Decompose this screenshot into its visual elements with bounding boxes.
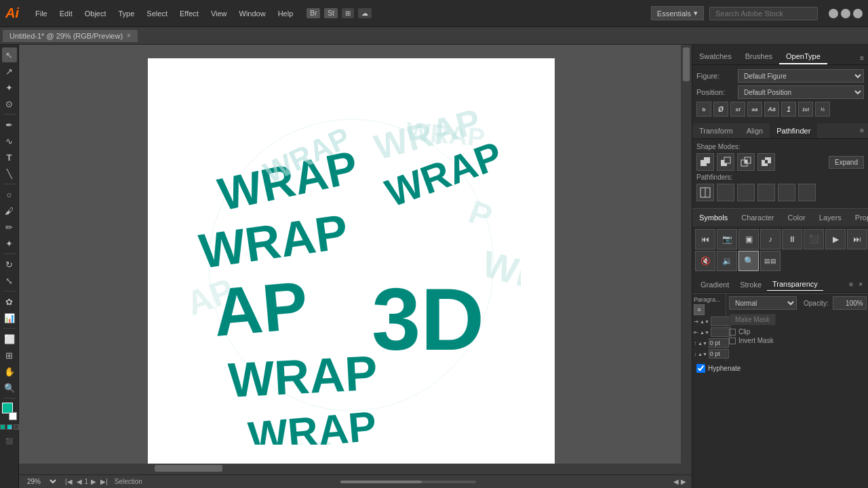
arrange-btn[interactable]: ⊞ [342,8,354,18]
standard-ligatures-btn[interactable]: b [696,102,711,117]
ordinals-btn[interactable]: 1 [781,102,796,117]
symbol-mute[interactable]: 🔇 [695,251,715,271]
close-button[interactable] [853,9,863,18]
symbol-next[interactable]: ⏭ [847,229,867,249]
minimize-button[interactable] [829,9,838,18]
next-page-btn[interactable]: ▶ [90,478,98,485]
menu-help[interactable]: Help [273,7,299,20]
slice-tool[interactable]: ⊞ [2,348,17,363]
fractions-btn[interactable]: ½ [815,102,830,117]
invert-mask-checkbox[interactable] [729,338,736,344]
sub-tab-options-btn[interactable]: ≡ [856,123,868,138]
rotate-tool[interactable]: ↻ [2,257,17,272]
align-left-btn[interactable]: ≡ [694,304,705,315]
space-stepper2[interactable]: ▲▼ [698,352,707,357]
tab-symbols[interactable]: Symbols [692,211,734,224]
menu-type[interactable]: Type [113,7,140,20]
lasso-tool[interactable]: ⊙ [2,96,17,111]
tab-color[interactable]: Color [781,211,812,224]
menu-select[interactable]: Select [141,7,173,20]
tab-opentype[interactable]: OpenType [779,49,827,64]
line-tool[interactable]: ╲ [2,166,17,181]
pen-tool[interactable]: ✒ [2,117,17,132]
swash-btn[interactable]: st [730,102,745,117]
last-page-btn[interactable]: ▶| [99,478,109,485]
tab-character[interactable]: Character [734,211,781,224]
tab-swatches[interactable]: Swatches [692,49,738,64]
unite-btn[interactable] [696,153,714,171]
tab-stroke[interactable]: Stroke [734,279,767,291]
tab-align[interactable]: Align [740,123,770,138]
position-select[interactable]: Default Position [738,85,864,99]
stock-search-input[interactable] [709,7,818,20]
gradient-mode-btn[interactable] [7,424,12,430]
crop-btn[interactable] [757,184,775,201]
select-tool[interactable]: ↖ [2,47,17,62]
minus-back-btn[interactable] [798,184,816,201]
titling-btn[interactable]: aa [747,102,762,117]
indent-stepper2[interactable]: ▲▼ [700,330,709,335]
curvature-tool[interactable]: ∿ [2,134,17,148]
symbol-camcorder[interactable]: 📷 [717,229,737,249]
menu-view[interactable]: View [205,7,233,20]
symbol-box[interactable]: ▣ [738,229,759,249]
symbol-menu[interactable]: ▤▤ [760,251,781,271]
pencil-tool[interactable]: ✏ [2,220,17,235]
expand-button[interactable]: Expand [829,156,864,169]
discretionary-ligatures-btn[interactable]: Ø [713,102,728,117]
hyphenate-checkbox[interactable] [696,364,705,373]
tab-pathfinder[interactable]: Pathfinder [770,123,817,138]
trim-btn[interactable] [717,184,734,201]
hand-tool[interactable]: ✋ [2,364,17,379]
color-mode-btn[interactable] [0,424,5,430]
none-mode-btn[interactable] [14,424,19,430]
opacity-input[interactable] [833,296,867,310]
menu-object[interactable]: Object [79,7,112,20]
cloud-btn[interactable]: ☁ [358,8,372,18]
shaper-tool[interactable]: ✦ [2,236,17,251]
make-mask-btn[interactable]: Make Mask [729,314,776,325]
minus-front-btn[interactable] [717,153,734,171]
indent-stepper1[interactable]: ▲▼ [700,319,709,324]
clip-checkbox[interactable] [729,329,736,336]
shape-tool[interactable]: ○ [2,187,17,202]
menu-effect[interactable]: Effect [174,7,204,20]
tab-brushes[interactable]: Brushes [738,49,779,64]
symbol-music[interactable]: ♪ [760,229,781,249]
canvas-area[interactable]: WRAP WRAP P WRAP ! WRAP WRAP AP [19,45,692,488]
blend-mode-select[interactable]: Normal [729,296,797,310]
column-graph-tool[interactable]: 📊 [2,310,17,325]
essentials-button[interactable]: Essentials ▾ [651,6,704,20]
stroke-swatch[interactable] [9,412,17,420]
horizontal-scrollbar[interactable] [19,464,681,474]
vertical-scrollbar[interactable] [681,45,692,474]
transparency-close-btn[interactable]: × [856,281,865,288]
prev-page-btn[interactable]: ◀ [75,478,83,485]
horizontal-scroll-thumb[interactable] [155,465,222,472]
superscript-btn[interactable]: 1st [798,102,813,117]
document-tab[interactable]: Untitled-1* @ 29% (RGB/Preview) × [3,30,138,42]
exclude-btn[interactable] [757,153,775,171]
maximize-button[interactable] [841,9,850,18]
scale-tool[interactable]: ⤡ [2,273,17,288]
tab-transparency[interactable]: Transparency [767,278,823,291]
symbol-sprayer-tool[interactable]: ✿ [2,294,17,309]
symbol-play[interactable]: ▶ [825,229,846,249]
zoom-tool[interactable]: 🔍 [2,380,17,395]
transparency-options-btn[interactable]: ≡ [846,281,856,288]
symbol-prev[interactable]: ⏮ [695,229,715,249]
symbol-stop[interactable]: ⬛ [804,229,824,249]
menu-edit[interactable]: Edit [54,7,78,20]
symbol-search[interactable]: 🔍 [738,251,759,271]
menu-window[interactable]: Window [234,7,271,20]
paintbrush-tool[interactable]: 🖌 [2,203,17,218]
space-stepper1[interactable]: ▲▼ [698,341,707,346]
merge-btn[interactable] [737,184,755,201]
vertical-scroll-thumb[interactable] [683,47,690,81]
type-tool[interactable]: T [2,150,17,165]
tab-close-button[interactable]: × [127,32,131,39]
tab-transform[interactable]: Transform [692,123,740,138]
bridge-btn[interactable]: Br [307,8,320,18]
contextual-btn[interactable]: Aa [764,102,779,117]
intersect-btn[interactable] [737,153,755,171]
